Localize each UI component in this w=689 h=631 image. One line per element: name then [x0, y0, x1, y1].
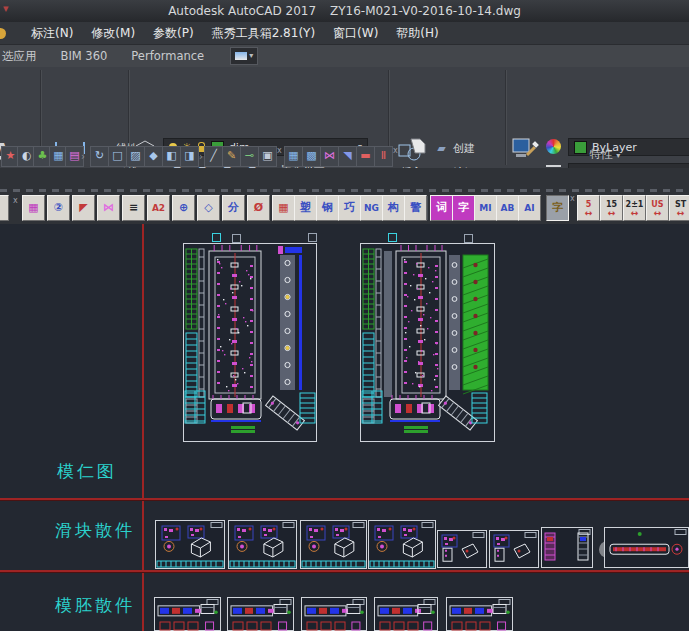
gang-icon[interactable]: 钢 [316, 195, 339, 221]
tab-featured-apps[interactable]: 选应用 [0, 45, 49, 67]
red-bar-tool-icon[interactable]: ▬ [356, 146, 375, 167]
ibeam-tool-icon[interactable]: Ⅱ [374, 146, 393, 167]
document-title: ZY16-M021-V0-2016-10-14.dwg [330, 4, 521, 18]
dim-us-icon[interactable]: US↔ [646, 195, 669, 221]
viewport-tool-icon[interactable]: ▦ [284, 146, 303, 167]
red-grid-icon[interactable]: ▦ [272, 195, 295, 221]
slider-part-thumb-7[interactable] [541, 527, 593, 572]
menu-item-help[interactable]: 帮助(H) [387, 22, 447, 45]
menu-item-yanxiu-toolbox[interactable]: 燕秀工具箱2.81(Y) [203, 22, 324, 45]
toolbar-close-icon[interactable]: x [393, 146, 398, 155]
moldbase-part-thumb-3[interactable] [301, 597, 367, 631]
sheet-tag [212, 233, 221, 242]
slider-part-thumb-2[interactable] [228, 520, 297, 573]
ab-icon[interactable]: AB [496, 195, 519, 221]
match-properties-icon [511, 137, 541, 165]
slider-part-thumb-5[interactable] [437, 530, 487, 572]
mi-icon[interactable]: MI [474, 195, 497, 221]
block-create-button[interactable]: ▰ 创建 [434, 138, 475, 158]
title-bar: ▾ Autodesk AutoCAD 2017 ZY16-M021-V0-201… [0, 0, 689, 22]
split-layer-icon[interactable]: 分 [222, 195, 245, 221]
clipped-tool-icon[interactable] [0, 195, 9, 221]
properties-panel-footer[interactable]: 特性 ▾ [545, 147, 665, 162]
box3d-icon[interactable]: ◇ [197, 195, 220, 221]
moldbase-part-thumb-1[interactable] [154, 597, 221, 631]
drawing-sheet-2[interactable] [360, 243, 495, 446]
dim-15-icon[interactable]: 15↔ [600, 195, 623, 221]
slider-part-thumb-1[interactable] [155, 520, 225, 573]
slider-part-thumb-6[interactable] [489, 530, 539, 572]
image-icon [235, 52, 247, 60]
flyout-chevron-icon[interactable]: › [81, 151, 85, 162]
sheet-tag [232, 234, 241, 243]
ng-icon[interactable]: NG [360, 195, 383, 221]
row-label-moldbase-parts[interactable]: 模胚散件 [55, 594, 135, 617]
bowtie-tool-icon[interactable]: ⋈ [320, 146, 339, 167]
menu-bar: 标注(N) 修改(M) 参数(P) 燕秀工具箱2.81(Y) 窗口(W) 帮助(… [0, 22, 689, 45]
toolbar-close-icon[interactable]: x [13, 196, 18, 205]
toolbar-close-icon[interactable]: x [570, 194, 575, 203]
row-label-mold-core[interactable]: 模仁图 [57, 460, 117, 483]
gou-icon[interactable]: 构 [382, 195, 405, 221]
ribbon-tab-row: 选应用 BIM 360 Performance ▾ [0, 45, 689, 67]
grid-table-icon[interactable]: ▦ [22, 195, 45, 221]
slider-part-thumb-8[interactable] [604, 527, 689, 572]
red-divider-h1 [0, 498, 689, 500]
drawing-sheet-1[interactable] [183, 243, 317, 446]
sheet-tag [308, 233, 317, 242]
leader-tool-icon[interactable]: ⊸ [240, 146, 259, 167]
moldbase-part-thumb-5[interactable] [446, 597, 513, 631]
flyout-chevron-icon[interactable]: › [199, 151, 203, 162]
corner-tool-icon[interactable]: ◥ [338, 146, 357, 167]
union-tool-icon[interactable]: ◆ [144, 146, 163, 167]
ci-icon[interactable]: 词 [430, 195, 453, 221]
scale-tool-icon[interactable]: □ [108, 146, 127, 167]
insert-icon [397, 137, 427, 163]
toolbar-close-icon[interactable]: x [277, 146, 282, 155]
flag-icon[interactable]: ◤ [72, 195, 95, 221]
fillet-tool-icon[interactable]: ◨ [180, 146, 199, 167]
calc-tool-icon[interactable]: ▩ [302, 146, 321, 167]
line-tool-icon[interactable]: ╱ [204, 146, 223, 167]
dim-tol-icon[interactable]: 2±1↔ [623, 195, 646, 221]
slider-part-thumb-4[interactable] [368, 520, 436, 573]
region-tool-icon[interactable]: ▣ [258, 146, 277, 167]
sheet-tag [464, 234, 473, 243]
chevron-down-icon: ▾ [249, 52, 253, 60]
slider-part-thumb-3[interactable] [300, 520, 367, 573]
tab-performance[interactable]: Performance [119, 45, 216, 67]
list-icon[interactable]: ≡ [122, 195, 145, 221]
zi-special-icon[interactable]: 字 [546, 195, 569, 221]
panel-divider [505, 70, 507, 165]
chamfer-tool-icon[interactable]: ◧ [162, 146, 181, 167]
magnify-icon[interactable]: ⊕ [172, 195, 195, 221]
no-symbol-icon[interactable]: Ø [247, 195, 270, 221]
moldbase-part-thumb-4[interactable] [374, 597, 438, 631]
menu-item-window[interactable]: 窗口(W) [324, 22, 387, 45]
dim-5-icon[interactable]: 5↔ [577, 195, 600, 221]
brush-tool-icon[interactable]: ✎ [222, 146, 241, 167]
zi-icon[interactable]: 字 [452, 195, 475, 221]
sheet-tag [388, 233, 397, 242]
autocad-window: ▾ Autodesk AutoCAD 2017 ZY16-M021-V0-201… [0, 0, 689, 631]
rotate-tool-icon[interactable]: ↻ [90, 146, 109, 167]
menu-item-parametric[interactable]: 参数(P) [144, 22, 203, 45]
moldbase-part-thumb-2[interactable] [227, 597, 294, 631]
screenshot-tool-button[interactable]: ▾ [230, 47, 258, 65]
jing-icon[interactable]: 警 [404, 195, 427, 221]
model-space-canvas[interactable]: 模仁图 滑块散件 模胚散件 [0, 224, 689, 631]
bowtie2-icon[interactable]: ⋈ [97, 195, 120, 221]
tab-bim360[interactable]: BIM 360 [49, 45, 120, 67]
block-create-icon: ▰ [434, 142, 449, 155]
dim-st-icon[interactable]: ST↔ [669, 195, 689, 221]
row-label-slider-parts[interactable]: 滑块散件 [55, 519, 135, 542]
zoom-2-icon[interactable]: ② [47, 195, 70, 221]
minimized-toolbar-strip [0, 189, 689, 192]
su-icon[interactable]: 塑 [294, 195, 317, 221]
ai-icon[interactable]: AI [518, 195, 541, 221]
menu-item-modify[interactable]: 修改(M) [82, 22, 144, 45]
menu-item-dimension[interactable]: 标注(N) [22, 22, 82, 45]
a2-icon[interactable]: A2 [147, 195, 170, 221]
hatch-tool-icon[interactable]: ▨ [126, 146, 145, 167]
qiao-icon[interactable]: 巧 [338, 195, 361, 221]
